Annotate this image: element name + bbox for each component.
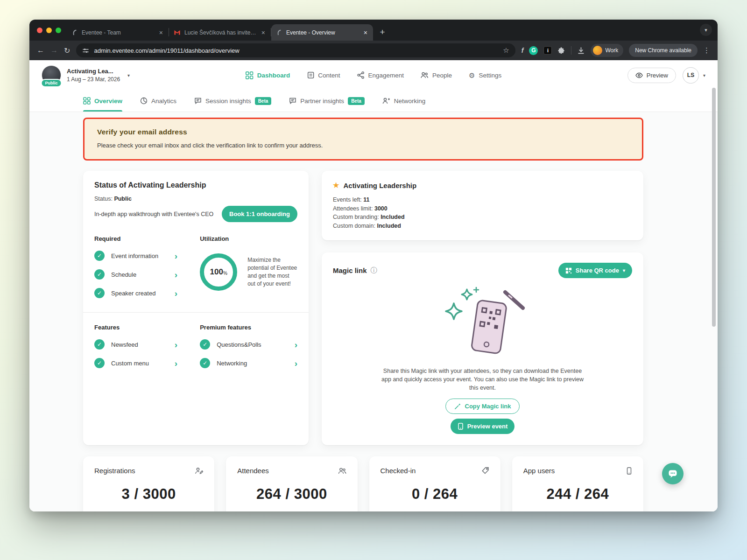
event-dates: 1 Aug – 23 Mar, 2026	[67, 76, 120, 83]
chevron-right-icon: ›	[175, 289, 177, 298]
browser-tab-eventee-team[interactable]: Eventee - Team ×	[67, 24, 169, 41]
scrollbar-thumb[interactable]	[712, 88, 716, 327]
plan-line: Attendees limit: 3000	[333, 204, 632, 213]
browser-window: Eventee - Team × Lucie Ševčíková has inv…	[29, 20, 718, 511]
bookmark-star-icon[interactable]: ☆	[503, 46, 509, 55]
tab-close-icon[interactable]: ×	[261, 28, 266, 37]
chevron-right-icon: ›	[295, 359, 297, 368]
tab-label: Session insights	[205, 98, 251, 105]
feature-item-custom-menu[interactable]: ✓ Custom menu ›	[94, 358, 200, 368]
feature-item-newsfeed[interactable]: ✓ Newsfeed ›	[94, 339, 200, 350]
stat-label: Attendees	[237, 467, 269, 475]
browser-tab-eventee-overview[interactable]: Eventee - Overview ×	[271, 24, 373, 41]
walkthrough-text: In-depth app walkthrough with Eventee's …	[94, 211, 213, 217]
browser-tab-gmail-invite[interactable]: Lucie Ševčíková has invited y ×	[169, 24, 271, 41]
nav-people[interactable]: People	[421, 71, 452, 79]
qr-code-icon	[565, 267, 572, 274]
premium-item-networking[interactable]: ✓ Networking ›	[200, 358, 297, 368]
tab-analytics[interactable]: Analytics	[140, 90, 176, 112]
required-item-schedule[interactable]: ✓ Schedule ›	[94, 269, 200, 280]
tab-search-button[interactable]: ▾	[700, 24, 712, 36]
nav-settings[interactable]: ⚙ Settings	[469, 72, 501, 79]
nav-dashboard[interactable]: Dashboard	[246, 71, 290, 79]
required-item-speaker-created[interactable]: ✓ Speaker created ›	[94, 288, 200, 298]
address-bar[interactable]: admin.eventee.com/admin/19011/dashboard/…	[76, 43, 515, 57]
extension-icon-f[interactable]: f	[521, 47, 524, 54]
stat-value: 3 / 3000	[94, 486, 203, 503]
preview-button[interactable]: Preview	[627, 68, 676, 83]
info-icon[interactable]: ⓘ	[371, 266, 377, 275]
profile-chip[interactable]: Work	[591, 44, 623, 57]
chevron-right-icon: ›	[175, 340, 177, 349]
url-text: admin.eventee.com/admin/19011/dashboard/…	[94, 47, 498, 54]
copy-magic-link-button[interactable]: Copy Magic link	[445, 399, 520, 414]
dashboard-grid-icon	[246, 71, 254, 79]
event-name: Activating Lea...	[67, 68, 120, 75]
book-onboarding-label: Book 1:1 onboarding	[229, 210, 290, 217]
chevron-right-icon: ›	[175, 270, 177, 279]
premium-item-questions-polls[interactable]: ✓ Questions&Polls ›	[200, 339, 297, 350]
tab-label: Partner insights	[300, 98, 344, 105]
tab-networking[interactable]: Networking	[382, 90, 426, 112]
extension-icon-i[interactable]: i	[543, 46, 552, 55]
book-onboarding-button[interactable]: Book 1:1 onboarding	[222, 206, 297, 222]
support-chat-button[interactable]	[662, 463, 684, 484]
preview-event-label: Preview event	[467, 423, 508, 430]
forward-button[interactable]: →	[50, 46, 58, 55]
tab-overview[interactable]: Overview	[83, 90, 122, 112]
minimize-window-button[interactable]	[46, 28, 52, 33]
event-avatar: Public	[42, 65, 61, 85]
downloads-icon[interactable]	[577, 47, 585, 55]
gmail-icon	[174, 29, 181, 35]
networking-icon	[382, 97, 390, 105]
share-icon	[357, 71, 364, 79]
chrome-update-button[interactable]: New Chrome available	[629, 44, 698, 57]
check-icon: ✓	[200, 339, 210, 350]
eventee-favicon-icon	[276, 29, 282, 36]
toolbar-separator	[571, 46, 571, 55]
account-menu[interactable]: LS ▾	[683, 67, 705, 84]
tab-partner-insights[interactable]: Partner insights Beta	[289, 90, 364, 112]
stat-card-registrations: Registrations 3 / 3000	[83, 456, 214, 511]
tag-icon	[481, 467, 489, 475]
event-switcher[interactable]: Public Activating Lea... 1 Aug – 23 Mar,…	[42, 65, 130, 85]
plan-title: Activating Leadership	[343, 182, 416, 189]
chrome-menu-icon[interactable]: ⋮	[703, 46, 710, 55]
tab-label: Analytics	[151, 98, 176, 105]
grammarly-icon[interactable]: G	[529, 46, 538, 55]
features-section: Features ✓ Newsfeed › ✓ Custom menu ›	[94, 324, 297, 368]
stat-value: 264 / 3000	[237, 486, 346, 503]
puzzle-extensions-icon[interactable]	[557, 47, 565, 55]
new-tab-button[interactable]: +	[376, 26, 389, 39]
status-line: Status: Public	[94, 196, 297, 202]
tab-session-insights[interactable]: Session insights Beta	[194, 90, 271, 112]
back-button[interactable]: ←	[37, 46, 44, 55]
utilization-percent: 100	[210, 267, 223, 277]
stat-label: Checked-in	[381, 467, 416, 475]
preview-event-button[interactable]: Preview event	[451, 419, 515, 434]
gear-icon: ⚙	[469, 72, 475, 79]
share-qr-code-button[interactable]: Share QR code ▾	[558, 263, 632, 278]
eye-icon	[635, 72, 643, 78]
reload-button[interactable]: ↻	[64, 46, 70, 55]
site-settings-icon[interactable]	[82, 47, 89, 54]
chevron-right-icon: ›	[295, 340, 297, 349]
chevron-down-icon: ▾	[127, 73, 130, 78]
zoom-window-button[interactable]	[56, 28, 61, 33]
check-icon: ✓	[94, 358, 105, 368]
close-window-button[interactable]	[37, 28, 42, 33]
nav-engagement[interactable]: Engagement	[357, 71, 404, 79]
nav-content[interactable]: Content	[307, 71, 340, 79]
stat-card-attendees: Attendees 264 / 3000	[226, 456, 357, 511]
people-icon	[421, 71, 429, 79]
phone-icon	[458, 423, 464, 430]
tab-title: Lucie Ševčíková has invited y	[184, 29, 257, 36]
required-item-event-information[interactable]: ✓ Event information ›	[94, 251, 200, 261]
tab-close-icon[interactable]: ×	[158, 28, 164, 37]
premium-features-column: Premium features ✓ Questions&Polls › ✓ N…	[200, 324, 297, 368]
tab-close-icon[interactable]: ×	[363, 28, 368, 37]
star-icon: ★	[333, 181, 339, 189]
chat-icon	[194, 97, 202, 105]
beta-badge: Beta	[348, 97, 365, 105]
tab-bar: Eventee - Team × Lucie Ševčíková has inv…	[29, 20, 718, 41]
